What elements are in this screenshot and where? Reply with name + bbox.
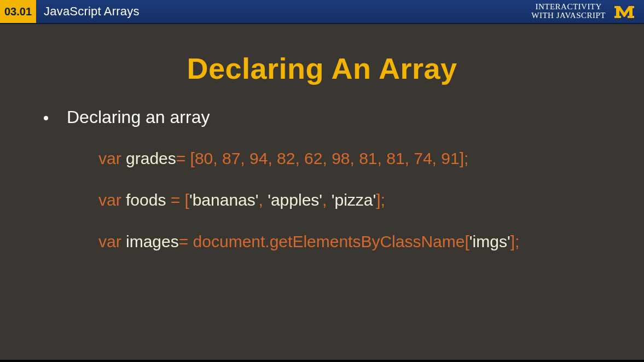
code-line-1: var grades= [80, 87, 94, 82, 62, 98, 81,… [98, 149, 611, 168]
slide-title: Declaring An Array [33, 51, 611, 85]
string: 'apples' [268, 191, 322, 209]
code-line-3: var images= document.getElementsByClassN… [98, 232, 611, 251]
keyword: var [98, 191, 126, 209]
bottom-border [0, 360, 644, 362]
punct: , [322, 191, 332, 209]
identifier: images [126, 232, 179, 250]
keyword: var [98, 149, 126, 167]
lesson-number: 03.01 [0, 0, 36, 23]
identifier: grades [126, 149, 176, 167]
header-bar: 03.01 JavaScript Arrays INTERACTIVITY WI… [0, 0, 644, 24]
bullet-item: Declaring an array [44, 107, 611, 127]
punct: ]; [376, 191, 385, 209]
lesson-title: JavaScript Arrays [44, 4, 140, 19]
slide-body: Declaring An Array Declaring an array va… [0, 24, 644, 251]
punct: = [ [171, 191, 189, 209]
string: 'bananas' [189, 191, 259, 209]
punct: = document.getElementsByClassName[ [179, 232, 469, 250]
code-rest: = [80, 87, 94, 82, 62, 98, 81, 81, 74, 9… [176, 149, 469, 167]
code-line-2: var foods = ['bananas', 'apples', 'pizza… [98, 191, 611, 209]
punct: ]; [510, 232, 520, 250]
string: 'pizza' [332, 191, 376, 209]
bullet-text: Declaring an array [67, 107, 210, 127]
course-title: INTERACTIVITY WITH JAVASCRIPT [531, 3, 606, 20]
string: 'imgs' [469, 232, 510, 250]
course-title-line1: INTERACTIVITY [531, 3, 606, 11]
michigan-logo-icon [613, 4, 635, 19]
bullet-dot-icon [44, 116, 48, 120]
punct: , [259, 191, 268, 209]
identifier: foods [126, 191, 171, 209]
course-title-line2: WITH JAVASCRIPT [531, 11, 606, 20]
keyword: var [98, 232, 126, 250]
